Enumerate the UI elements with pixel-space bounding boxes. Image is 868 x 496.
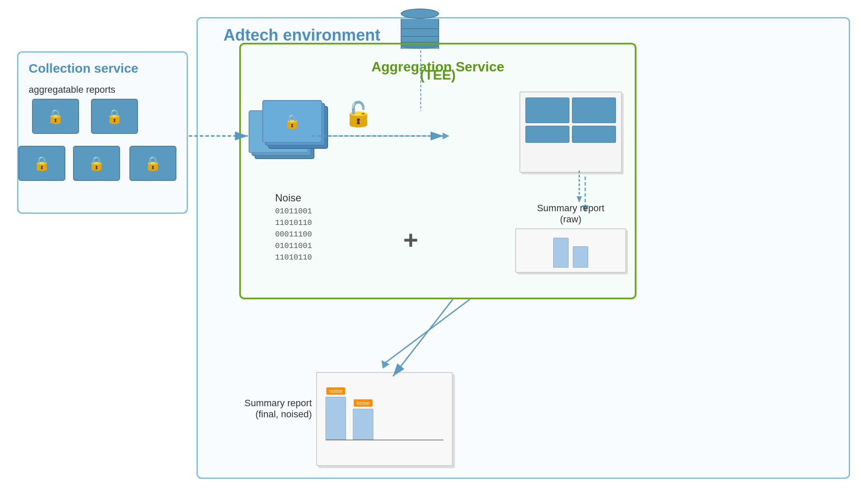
- summary-final-sublabel: (final, noised): [231, 409, 312, 420]
- noise-binary: 01011001 11010110 00011100 01011001 1101…: [275, 206, 312, 263]
- summary-final-label: Summary report: [231, 398, 312, 409]
- db-line-1: [401, 28, 439, 29]
- adtech-env-label: Adtech environment: [223, 26, 380, 44]
- plus-sign: +: [403, 225, 418, 255]
- padlock-icon-1: 🔒: [47, 109, 64, 123]
- noise-section: Noise 01011001 11010110 00011100 0101100…: [275, 192, 312, 263]
- svg-marker-9: [577, 196, 582, 203]
- aggregation-service-label: Aggregation Service: [371, 59, 504, 75]
- locked-card-5: 🔒: [129, 146, 176, 181]
- summary-raw-label: Summary report: [515, 203, 626, 214]
- summary-raw-sublabel: (raw): [515, 214, 626, 225]
- padlock-icon-5: 🔒: [144, 156, 161, 170]
- aggregation-service-box: Aggregation Service (TEE) 🔒 🔓 Summary re…: [239, 43, 636, 299]
- noise-label: Noise: [275, 192, 312, 204]
- db-line-2: [401, 36, 439, 37]
- noise-indicator-1: noise: [326, 387, 345, 395]
- summary-final-card: noise noise: [316, 372, 453, 466]
- summary-report-raw-card: [519, 92, 622, 173]
- collection-service-sublabel: aggregatable reports: [29, 84, 115, 95]
- collection-service-label: Collection service: [29, 61, 138, 76]
- summary-final-label-group: Summary report (final, noised): [231, 398, 312, 420]
- summary-raw-chart: [515, 228, 626, 273]
- collection-service-box: Collection service aggregatable reports …: [17, 51, 188, 214]
- locked-card-4: 🔒: [73, 146, 120, 181]
- padlock-icon-4: 🔒: [88, 156, 105, 170]
- padlock-tee: 🔒: [284, 115, 301, 128]
- locked-card-3: 🔒: [18, 146, 65, 181]
- noise-indicator-2: noise: [354, 399, 372, 407]
- padlock-icon-2: 🔒: [106, 109, 123, 123]
- padlock-icon-3: 🔒: [33, 156, 50, 170]
- open-padlock: 🔓: [343, 100, 373, 128]
- locked-card-2: 🔒: [91, 99, 138, 134]
- db-top: [401, 9, 439, 19]
- locked-card-1: 🔒: [32, 99, 79, 134]
